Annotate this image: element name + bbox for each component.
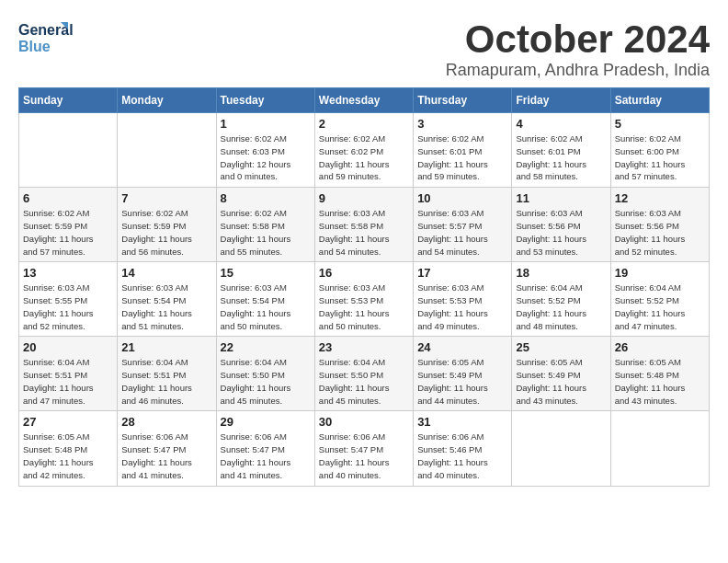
day-info: Sunrise: 6:04 AM Sunset: 5:51 PM Dayligh… xyxy=(23,356,113,407)
calendar-cell: 16Sunrise: 6:03 AM Sunset: 5:53 PM Dayli… xyxy=(314,262,413,337)
day-number: 29 xyxy=(221,415,311,429)
calendar-cell: 28Sunrise: 6:06 AM Sunset: 5:47 PM Dayli… xyxy=(118,411,216,486)
day-info: Sunrise: 6:06 AM Sunset: 5:47 PM Dayligh… xyxy=(221,431,311,481)
header-saturday: Saturday xyxy=(610,88,709,113)
day-number: 25 xyxy=(516,340,606,354)
calendar-cell: 2Sunrise: 6:02 AM Sunset: 6:02 PM Daylig… xyxy=(314,113,413,188)
day-info: Sunrise: 6:03 AM Sunset: 5:56 PM Dayligh… xyxy=(516,207,606,258)
day-number: 31 xyxy=(417,415,507,429)
day-info: Sunrise: 6:02 AM Sunset: 6:02 PM Dayligh… xyxy=(319,132,409,183)
calendar-cell: 1Sunrise: 6:02 AM Sunset: 6:03 PM Daylig… xyxy=(216,113,314,188)
day-number: 26 xyxy=(615,340,705,354)
day-info: Sunrise: 6:03 AM Sunset: 5:53 PM Dayligh… xyxy=(417,282,507,332)
header-tuesday: Tuesday xyxy=(216,88,314,113)
day-info: Sunrise: 6:02 AM Sunset: 5:58 PM Dayligh… xyxy=(221,207,311,258)
day-info: Sunrise: 6:04 AM Sunset: 5:50 PM Dayligh… xyxy=(319,356,409,407)
day-number: 17 xyxy=(417,266,507,280)
calendar-cell: 5Sunrise: 6:02 AM Sunset: 6:00 PM Daylig… xyxy=(610,113,709,188)
day-info: Sunrise: 6:03 AM Sunset: 5:54 PM Dayligh… xyxy=(221,282,311,332)
day-number: 21 xyxy=(121,340,211,354)
day-info: Sunrise: 6:03 AM Sunset: 5:54 PM Dayligh… xyxy=(121,282,211,332)
calendar-cell xyxy=(610,411,709,486)
calendar-cell: 12Sunrise: 6:03 AM Sunset: 5:56 PM Dayli… xyxy=(610,188,709,262)
day-info: Sunrise: 6:06 AM Sunset: 5:47 PM Dayligh… xyxy=(121,431,211,481)
day-info: Sunrise: 6:02 AM Sunset: 6:00 PM Dayligh… xyxy=(615,132,705,183)
day-number: 24 xyxy=(417,340,507,354)
day-number: 2 xyxy=(319,117,409,131)
day-number: 9 xyxy=(319,191,409,205)
day-number: 6 xyxy=(23,191,113,205)
calendar-week-row: 13Sunrise: 6:03 AM Sunset: 5:55 PM Dayli… xyxy=(19,262,710,337)
month-title: October 2024 xyxy=(446,18,710,61)
calendar-cell: 4Sunrise: 6:02 AM Sunset: 6:01 PM Daylig… xyxy=(512,113,610,188)
header-sunday: Sunday xyxy=(19,88,118,113)
day-number: 8 xyxy=(221,191,311,205)
day-number: 11 xyxy=(516,191,606,205)
header-friday: Friday xyxy=(512,88,610,113)
logo: General Blue xyxy=(18,18,71,60)
day-number: 27 xyxy=(23,415,113,429)
calendar-cell: 29Sunrise: 6:06 AM Sunset: 5:47 PM Dayli… xyxy=(216,411,314,486)
day-info: Sunrise: 6:04 AM Sunset: 5:52 PM Dayligh… xyxy=(615,282,705,332)
day-number: 19 xyxy=(615,266,705,280)
day-info: Sunrise: 6:03 AM Sunset: 5:58 PM Dayligh… xyxy=(319,207,409,258)
day-number: 5 xyxy=(615,117,705,131)
calendar-cell xyxy=(19,113,118,188)
calendar-cell: 21Sunrise: 6:04 AM Sunset: 5:51 PM Dayli… xyxy=(118,337,216,411)
page-header: General Blue October 2024 Ramapuram, And… xyxy=(18,18,710,80)
calendar-cell: 10Sunrise: 6:03 AM Sunset: 5:57 PM Dayli… xyxy=(414,188,512,262)
day-number: 23 xyxy=(319,340,409,354)
calendar-week-row: 1Sunrise: 6:02 AM Sunset: 6:03 PM Daylig… xyxy=(19,113,710,188)
calendar-week-row: 6Sunrise: 6:02 AM Sunset: 5:59 PM Daylig… xyxy=(19,188,710,262)
day-number: 13 xyxy=(23,266,113,280)
header-monday: Monday xyxy=(118,88,216,113)
day-info: Sunrise: 6:05 AM Sunset: 5:49 PM Dayligh… xyxy=(516,356,606,407)
day-number: 22 xyxy=(221,340,311,354)
calendar-cell: 22Sunrise: 6:04 AM Sunset: 5:50 PM Dayli… xyxy=(216,337,314,411)
day-info: Sunrise: 6:06 AM Sunset: 5:46 PM Dayligh… xyxy=(417,431,507,481)
day-info: Sunrise: 6:02 AM Sunset: 5:59 PM Dayligh… xyxy=(23,207,113,258)
calendar-cell: 15Sunrise: 6:03 AM Sunset: 5:54 PM Dayli… xyxy=(216,262,314,337)
calendar-cell: 24Sunrise: 6:05 AM Sunset: 5:49 PM Dayli… xyxy=(414,337,512,411)
day-info: Sunrise: 6:04 AM Sunset: 5:50 PM Dayligh… xyxy=(221,356,311,407)
day-info: Sunrise: 6:02 AM Sunset: 6:01 PM Dayligh… xyxy=(516,132,606,183)
day-info: Sunrise: 6:05 AM Sunset: 5:49 PM Dayligh… xyxy=(417,356,507,407)
calendar-cell: 7Sunrise: 6:02 AM Sunset: 5:59 PM Daylig… xyxy=(118,188,216,262)
calendar-header-row: Sunday Monday Tuesday Wednesday Thursday… xyxy=(19,88,710,113)
day-info: Sunrise: 6:05 AM Sunset: 5:48 PM Dayligh… xyxy=(615,356,705,407)
calendar-cell xyxy=(512,411,610,486)
day-number: 7 xyxy=(121,191,211,205)
day-number: 30 xyxy=(319,415,409,429)
calendar-cell: 19Sunrise: 6:04 AM Sunset: 5:52 PM Dayli… xyxy=(610,262,709,337)
day-number: 1 xyxy=(221,117,311,131)
day-number: 16 xyxy=(319,266,409,280)
calendar-cell: 27Sunrise: 6:05 AM Sunset: 5:48 PM Dayli… xyxy=(19,411,118,486)
day-info: Sunrise: 6:04 AM Sunset: 5:52 PM Dayligh… xyxy=(516,282,606,332)
calendar-cell: 20Sunrise: 6:04 AM Sunset: 5:51 PM Dayli… xyxy=(19,337,118,411)
day-number: 4 xyxy=(516,117,606,131)
logo-svg: General Blue xyxy=(18,18,69,60)
header-wednesday: Wednesday xyxy=(314,88,413,113)
calendar-cell: 26Sunrise: 6:05 AM Sunset: 5:48 PM Dayli… xyxy=(610,337,709,411)
title-section: October 2024 Ramapuram, Andhra Pradesh, … xyxy=(446,18,710,80)
calendar-cell: 23Sunrise: 6:04 AM Sunset: 5:50 PM Dayli… xyxy=(314,337,413,411)
day-number: 10 xyxy=(417,191,507,205)
day-number: 18 xyxy=(516,266,606,280)
day-number: 12 xyxy=(615,191,705,205)
calendar-cell: 6Sunrise: 6:02 AM Sunset: 5:59 PM Daylig… xyxy=(19,188,118,262)
day-number: 20 xyxy=(23,340,113,354)
calendar-table: Sunday Monday Tuesday Wednesday Thursday… xyxy=(18,87,710,486)
svg-text:Blue: Blue xyxy=(18,39,51,54)
day-number: 14 xyxy=(121,266,211,280)
calendar-cell: 14Sunrise: 6:03 AM Sunset: 5:54 PM Dayli… xyxy=(118,262,216,337)
calendar-cell xyxy=(118,113,216,188)
calendar-week-row: 20Sunrise: 6:04 AM Sunset: 5:51 PM Dayli… xyxy=(19,337,710,411)
day-number: 28 xyxy=(121,415,211,429)
location-title: Ramapuram, Andhra Pradesh, India xyxy=(446,61,710,80)
day-info: Sunrise: 6:02 AM Sunset: 6:03 PM Dayligh… xyxy=(221,132,311,183)
calendar-cell: 31Sunrise: 6:06 AM Sunset: 5:46 PM Dayli… xyxy=(414,411,512,486)
day-info: Sunrise: 6:03 AM Sunset: 5:55 PM Dayligh… xyxy=(23,282,113,332)
calendar-cell: 30Sunrise: 6:06 AM Sunset: 5:47 PM Dayli… xyxy=(314,411,413,486)
calendar-week-row: 27Sunrise: 6:05 AM Sunset: 5:48 PM Dayli… xyxy=(19,411,710,486)
calendar-cell: 25Sunrise: 6:05 AM Sunset: 5:49 PM Dayli… xyxy=(512,337,610,411)
